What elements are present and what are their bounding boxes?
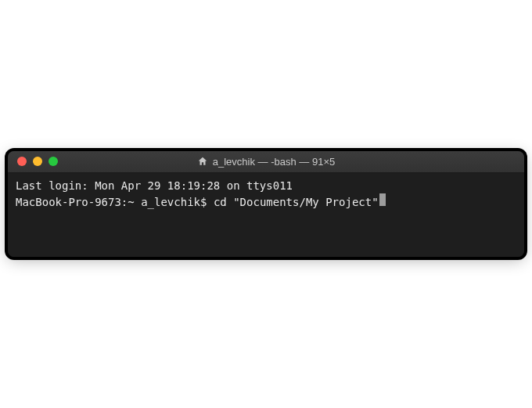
- window-title-group: a_levchik — -bash — 91×5: [8, 156, 524, 168]
- minimize-button[interactable]: [33, 157, 42, 166]
- home-icon: [197, 156, 208, 167]
- typed-command: cd "Documents/My Project": [214, 194, 379, 210]
- cursor: [379, 193, 386, 206]
- last-login-line: Last login: Mon Apr 29 18:19:28 on ttys0…: [16, 178, 516, 193]
- terminal-window: a_levchik — -bash — 91×5 Last login: Mon…: [8, 151, 524, 258]
- prompt-line: MacBook-Pro-9673:~ a_levchik$ cd "Docume…: [16, 193, 516, 210]
- window-title: a_levchik — -bash — 91×5: [213, 156, 335, 168]
- close-button[interactable]: [17, 157, 27, 166]
- zoom-button[interactable]: [49, 157, 58, 166]
- titlebar[interactable]: a_levchik — -bash — 91×5: [8, 151, 524, 173]
- terminal-body[interactable]: Last login: Mon Apr 29 18:19:28 on ttys0…: [8, 173, 524, 258]
- traffic-lights: [8, 157, 58, 166]
- shell-prompt: MacBook-Pro-9673:~ a_levchik$: [16, 194, 214, 210]
